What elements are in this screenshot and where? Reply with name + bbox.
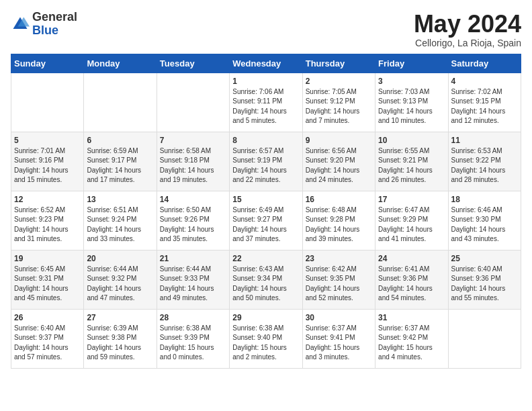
day-info: Sunrise: 6:43 AM Sunset: 9:34 PM Dayligh… xyxy=(232,265,299,304)
calendar-cell xyxy=(84,73,157,132)
calendar-cell: 3Sunrise: 7:03 AM Sunset: 9:13 PM Daylig… xyxy=(375,73,448,132)
calendar-cell: 11Sunrise: 6:53 AM Sunset: 9:22 PM Dayli… xyxy=(448,132,521,191)
day-info: Sunrise: 6:49 AM Sunset: 9:27 PM Dayligh… xyxy=(232,205,299,244)
header-day-friday: Friday xyxy=(375,54,448,73)
day-number: 19 xyxy=(14,254,81,263)
calendar-cell: 15Sunrise: 6:49 AM Sunset: 9:27 PM Dayli… xyxy=(230,191,302,250)
day-number: 15 xyxy=(232,195,299,204)
calendar-cell: 24Sunrise: 6:41 AM Sunset: 9:36 PM Dayli… xyxy=(375,250,448,309)
calendar-cell: 6Sunrise: 6:59 AM Sunset: 9:17 PM Daylig… xyxy=(84,132,157,191)
calendar-cell: 18Sunrise: 6:46 AM Sunset: 9:30 PM Dayli… xyxy=(448,191,521,250)
day-info: Sunrise: 6:44 AM Sunset: 9:32 PM Dayligh… xyxy=(87,265,153,304)
day-info: Sunrise: 6:40 AM Sunset: 9:36 PM Dayligh… xyxy=(451,265,518,304)
day-number: 22 xyxy=(232,254,299,263)
header-day-tuesday: Tuesday xyxy=(157,54,229,73)
calendar-body: 1Sunrise: 7:06 AM Sunset: 9:11 PM Daylig… xyxy=(11,73,521,368)
day-info: Sunrise: 7:02 AM Sunset: 9:15 PM Dayligh… xyxy=(451,87,518,126)
logo: General Blue xyxy=(11,11,77,38)
day-info: Sunrise: 6:56 AM Sunset: 9:20 PM Dayligh… xyxy=(306,146,372,185)
calendar-cell: 5Sunrise: 7:01 AM Sunset: 9:16 PM Daylig… xyxy=(11,132,84,191)
day-info: Sunrise: 6:48 AM Sunset: 9:28 PM Dayligh… xyxy=(306,205,372,244)
calendar-cell: 27Sunrise: 6:39 AM Sunset: 9:38 PM Dayli… xyxy=(84,309,157,368)
day-info: Sunrise: 6:41 AM Sunset: 9:36 PM Dayligh… xyxy=(378,265,445,304)
calendar-cell: 1Sunrise: 7:06 AM Sunset: 9:11 PM Daylig… xyxy=(230,73,302,132)
day-number: 18 xyxy=(451,195,518,204)
calendar-table: SundayMondayTuesdayWednesdayThursdayFrid… xyxy=(11,54,521,369)
header-day-sunday: Sunday xyxy=(11,54,84,73)
logo-text: General Blue xyxy=(32,11,77,38)
calendar-cell: 25Sunrise: 6:40 AM Sunset: 9:36 PM Dayli… xyxy=(448,250,521,309)
day-info: Sunrise: 6:58 AM Sunset: 9:18 PM Dayligh… xyxy=(160,146,226,185)
day-number: 20 xyxy=(87,254,153,263)
day-number: 4 xyxy=(451,77,518,86)
day-info: Sunrise: 6:47 AM Sunset: 9:29 PM Dayligh… xyxy=(378,205,445,244)
day-number: 1 xyxy=(232,77,299,86)
day-info: Sunrise: 6:53 AM Sunset: 9:22 PM Dayligh… xyxy=(451,146,518,185)
day-number: 3 xyxy=(378,77,445,86)
week-row-2: 5Sunrise: 7:01 AM Sunset: 9:16 PM Daylig… xyxy=(11,132,521,191)
day-number: 11 xyxy=(451,136,518,145)
day-number: 17 xyxy=(378,195,445,204)
header-day-monday: Monday xyxy=(84,54,157,73)
day-number: 21 xyxy=(160,254,226,263)
day-number: 14 xyxy=(160,195,226,204)
day-number: 30 xyxy=(306,313,372,322)
day-info: Sunrise: 6:57 AM Sunset: 9:19 PM Dayligh… xyxy=(232,146,299,185)
day-number: 12 xyxy=(14,195,81,204)
day-info: Sunrise: 6:55 AM Sunset: 9:21 PM Dayligh… xyxy=(378,146,445,185)
day-number: 13 xyxy=(87,195,153,204)
day-number: 26 xyxy=(14,313,81,322)
month-title: May 2024 xyxy=(414,11,521,38)
day-number: 10 xyxy=(378,136,445,145)
calendar-cell: 7Sunrise: 6:58 AM Sunset: 9:18 PM Daylig… xyxy=(157,132,229,191)
logo-icon xyxy=(11,15,30,34)
day-info: Sunrise: 6:38 AM Sunset: 9:40 PM Dayligh… xyxy=(232,324,299,363)
calendar-cell: 26Sunrise: 6:40 AM Sunset: 9:37 PM Dayli… xyxy=(11,309,84,368)
day-number: 2 xyxy=(306,77,372,86)
day-number: 27 xyxy=(87,313,153,322)
calendar-cell: 20Sunrise: 6:44 AM Sunset: 9:32 PM Dayli… xyxy=(84,250,157,309)
calendar-cell: 29Sunrise: 6:38 AM Sunset: 9:40 PM Dayli… xyxy=(230,309,302,368)
header-row: SundayMondayTuesdayWednesdayThursdayFrid… xyxy=(11,54,521,73)
calendar-cell: 17Sunrise: 6:47 AM Sunset: 9:29 PM Dayli… xyxy=(375,191,448,250)
calendar-cell xyxy=(11,73,84,132)
day-number: 29 xyxy=(232,313,299,322)
day-info: Sunrise: 6:50 AM Sunset: 9:26 PM Dayligh… xyxy=(160,205,226,244)
day-info: Sunrise: 7:01 AM Sunset: 9:16 PM Dayligh… xyxy=(14,146,81,185)
calendar-cell: 22Sunrise: 6:43 AM Sunset: 9:34 PM Dayli… xyxy=(230,250,302,309)
week-row-5: 26Sunrise: 6:40 AM Sunset: 9:37 PM Dayli… xyxy=(11,309,521,368)
location: Cellorigo, La Rioja, Spain xyxy=(414,38,521,48)
day-info: Sunrise: 6:40 AM Sunset: 9:37 PM Dayligh… xyxy=(14,324,81,363)
calendar-header: SundayMondayTuesdayWednesdayThursdayFrid… xyxy=(11,54,521,73)
day-info: Sunrise: 6:37 AM Sunset: 9:41 PM Dayligh… xyxy=(306,324,372,363)
day-info: Sunrise: 6:59 AM Sunset: 9:17 PM Dayligh… xyxy=(87,146,153,185)
calendar-cell: 13Sunrise: 6:51 AM Sunset: 9:24 PM Dayli… xyxy=(84,191,157,250)
day-info: Sunrise: 7:03 AM Sunset: 9:13 PM Dayligh… xyxy=(378,87,445,126)
day-info: Sunrise: 6:39 AM Sunset: 9:38 PM Dayligh… xyxy=(87,324,153,363)
day-info: Sunrise: 6:52 AM Sunset: 9:23 PM Dayligh… xyxy=(14,205,81,244)
day-number: 9 xyxy=(306,136,372,145)
calendar-cell: 8Sunrise: 6:57 AM Sunset: 9:19 PM Daylig… xyxy=(230,132,302,191)
logo-blue-text: Blue xyxy=(32,24,77,38)
calendar-cell xyxy=(448,309,521,368)
header-day-saturday: Saturday xyxy=(448,54,521,73)
calendar-cell: 12Sunrise: 6:52 AM Sunset: 9:23 PM Dayli… xyxy=(11,191,84,250)
calendar-cell: 30Sunrise: 6:37 AM Sunset: 9:41 PM Dayli… xyxy=(302,309,375,368)
calendar-cell: 4Sunrise: 7:02 AM Sunset: 9:15 PM Daylig… xyxy=(448,73,521,132)
calendar-cell: 21Sunrise: 6:44 AM Sunset: 9:33 PM Dayli… xyxy=(157,250,229,309)
day-number: 8 xyxy=(232,136,299,145)
header-day-thursday: Thursday xyxy=(302,54,375,73)
week-row-3: 12Sunrise: 6:52 AM Sunset: 9:23 PM Dayli… xyxy=(11,191,521,250)
calendar-cell: 28Sunrise: 6:38 AM Sunset: 9:39 PM Dayli… xyxy=(157,309,229,368)
day-number: 31 xyxy=(378,313,445,322)
day-number: 25 xyxy=(451,254,518,263)
day-info: Sunrise: 6:38 AM Sunset: 9:39 PM Dayligh… xyxy=(160,324,226,363)
logo-general: General xyxy=(32,11,77,24)
day-info: Sunrise: 6:45 AM Sunset: 9:31 PM Dayligh… xyxy=(14,265,81,304)
calendar-cell: 23Sunrise: 6:42 AM Sunset: 9:35 PM Dayli… xyxy=(302,250,375,309)
day-number: 28 xyxy=(160,313,226,322)
day-info: Sunrise: 6:51 AM Sunset: 9:24 PM Dayligh… xyxy=(87,205,153,244)
day-number: 24 xyxy=(378,254,445,263)
week-row-4: 19Sunrise: 6:45 AM Sunset: 9:31 PM Dayli… xyxy=(11,250,521,309)
page-header: General Blue May 2024 Cellorigo, La Rioj… xyxy=(11,11,521,48)
